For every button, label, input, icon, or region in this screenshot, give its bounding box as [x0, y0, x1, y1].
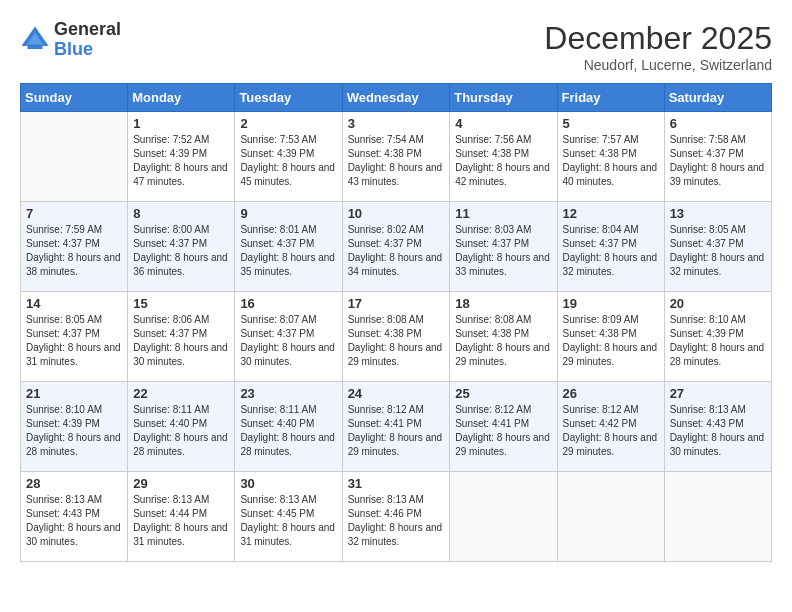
day-number: 2 [240, 116, 336, 131]
day-info: Sunrise: 8:05 AM Sunset: 4:37 PM Dayligh… [670, 223, 766, 279]
day-number: 19 [563, 296, 659, 311]
day-info: Sunrise: 7:53 AM Sunset: 4:39 PM Dayligh… [240, 133, 336, 189]
day-header-saturday: Saturday [664, 84, 771, 112]
logo-general: General [54, 19, 121, 39]
location-subtitle: Neudorf, Lucerne, Switzerland [544, 57, 772, 73]
day-number: 22 [133, 386, 229, 401]
calendar-cell: 12Sunrise: 8:04 AM Sunset: 4:37 PM Dayli… [557, 202, 664, 292]
day-info: Sunrise: 8:08 AM Sunset: 4:38 PM Dayligh… [455, 313, 551, 369]
day-number: 18 [455, 296, 551, 311]
day-number: 12 [563, 206, 659, 221]
calendar-cell: 4Sunrise: 7:56 AM Sunset: 4:38 PM Daylig… [450, 112, 557, 202]
day-info: Sunrise: 8:10 AM Sunset: 4:39 PM Dayligh… [26, 403, 122, 459]
day-info: Sunrise: 8:06 AM Sunset: 4:37 PM Dayligh… [133, 313, 229, 369]
calendar-cell [21, 112, 128, 202]
logo-blue: Blue [54, 39, 93, 59]
day-number: 17 [348, 296, 445, 311]
logo-icon [20, 25, 50, 55]
day-info: Sunrise: 7:57 AM Sunset: 4:38 PM Dayligh… [563, 133, 659, 189]
logo-text: General Blue [54, 20, 121, 60]
calendar-cell: 19Sunrise: 8:09 AM Sunset: 4:38 PM Dayli… [557, 292, 664, 382]
day-number: 23 [240, 386, 336, 401]
calendar-cell: 18Sunrise: 8:08 AM Sunset: 4:38 PM Dayli… [450, 292, 557, 382]
calendar-cell: 20Sunrise: 8:10 AM Sunset: 4:39 PM Dayli… [664, 292, 771, 382]
day-header-monday: Monday [128, 84, 235, 112]
day-number: 24 [348, 386, 445, 401]
day-number: 28 [26, 476, 122, 491]
day-info: Sunrise: 8:12 AM Sunset: 4:42 PM Dayligh… [563, 403, 659, 459]
day-header-friday: Friday [557, 84, 664, 112]
logo: General Blue [20, 20, 121, 60]
calendar-cell: 3Sunrise: 7:54 AM Sunset: 4:38 PM Daylig… [342, 112, 450, 202]
day-number: 25 [455, 386, 551, 401]
day-header-wednesday: Wednesday [342, 84, 450, 112]
day-info: Sunrise: 8:13 AM Sunset: 4:46 PM Dayligh… [348, 493, 445, 549]
day-info: Sunrise: 8:13 AM Sunset: 4:43 PM Dayligh… [26, 493, 122, 549]
calendar-cell: 26Sunrise: 8:12 AM Sunset: 4:42 PM Dayli… [557, 382, 664, 472]
day-number: 3 [348, 116, 445, 131]
calendar-cell: 8Sunrise: 8:00 AM Sunset: 4:37 PM Daylig… [128, 202, 235, 292]
day-number: 10 [348, 206, 445, 221]
day-number: 8 [133, 206, 229, 221]
calendar-cell: 29Sunrise: 8:13 AM Sunset: 4:44 PM Dayli… [128, 472, 235, 562]
calendar-table: SundayMondayTuesdayWednesdayThursdayFrid… [20, 83, 772, 562]
day-number: 26 [563, 386, 659, 401]
calendar-cell: 5Sunrise: 7:57 AM Sunset: 4:38 PM Daylig… [557, 112, 664, 202]
calendar-cell: 30Sunrise: 8:13 AM Sunset: 4:45 PM Dayli… [235, 472, 342, 562]
calendar-cell: 22Sunrise: 8:11 AM Sunset: 4:40 PM Dayli… [128, 382, 235, 472]
day-number: 7 [26, 206, 122, 221]
day-info: Sunrise: 8:12 AM Sunset: 4:41 PM Dayligh… [455, 403, 551, 459]
day-number: 5 [563, 116, 659, 131]
day-info: Sunrise: 8:03 AM Sunset: 4:37 PM Dayligh… [455, 223, 551, 279]
calendar-cell: 9Sunrise: 8:01 AM Sunset: 4:37 PM Daylig… [235, 202, 342, 292]
calendar-header: SundayMondayTuesdayWednesdayThursdayFrid… [21, 84, 772, 112]
day-info: Sunrise: 8:01 AM Sunset: 4:37 PM Dayligh… [240, 223, 336, 279]
day-number: 16 [240, 296, 336, 311]
calendar-cell: 6Sunrise: 7:58 AM Sunset: 4:37 PM Daylig… [664, 112, 771, 202]
day-number: 30 [240, 476, 336, 491]
day-number: 14 [26, 296, 122, 311]
day-number: 13 [670, 206, 766, 221]
calendar-cell: 23Sunrise: 8:11 AM Sunset: 4:40 PM Dayli… [235, 382, 342, 472]
day-info: Sunrise: 8:12 AM Sunset: 4:41 PM Dayligh… [348, 403, 445, 459]
day-info: Sunrise: 8:00 AM Sunset: 4:37 PM Dayligh… [133, 223, 229, 279]
calendar-cell: 2Sunrise: 7:53 AM Sunset: 4:39 PM Daylig… [235, 112, 342, 202]
day-info: Sunrise: 8:02 AM Sunset: 4:37 PM Dayligh… [348, 223, 445, 279]
day-number: 27 [670, 386, 766, 401]
day-number: 29 [133, 476, 229, 491]
page-header: General Blue December 2025 Neudorf, Luce… [20, 20, 772, 73]
day-header-thursday: Thursday [450, 84, 557, 112]
day-info: Sunrise: 7:52 AM Sunset: 4:39 PM Dayligh… [133, 133, 229, 189]
calendar-cell: 31Sunrise: 8:13 AM Sunset: 4:46 PM Dayli… [342, 472, 450, 562]
day-number: 1 [133, 116, 229, 131]
day-number: 11 [455, 206, 551, 221]
day-info: Sunrise: 8:09 AM Sunset: 4:38 PM Dayligh… [563, 313, 659, 369]
calendar-cell: 13Sunrise: 8:05 AM Sunset: 4:37 PM Dayli… [664, 202, 771, 292]
day-number: 9 [240, 206, 336, 221]
day-number: 15 [133, 296, 229, 311]
day-info: Sunrise: 8:04 AM Sunset: 4:37 PM Dayligh… [563, 223, 659, 279]
day-info: Sunrise: 8:05 AM Sunset: 4:37 PM Dayligh… [26, 313, 122, 369]
day-number: 31 [348, 476, 445, 491]
day-number: 4 [455, 116, 551, 131]
day-number: 20 [670, 296, 766, 311]
day-info: Sunrise: 7:59 AM Sunset: 4:37 PM Dayligh… [26, 223, 122, 279]
calendar-cell: 25Sunrise: 8:12 AM Sunset: 4:41 PM Dayli… [450, 382, 557, 472]
calendar-cell: 1Sunrise: 7:52 AM Sunset: 4:39 PM Daylig… [128, 112, 235, 202]
day-info: Sunrise: 8:13 AM Sunset: 4:44 PM Dayligh… [133, 493, 229, 549]
calendar-cell [664, 472, 771, 562]
month-title: December 2025 [544, 20, 772, 57]
day-number: 21 [26, 386, 122, 401]
day-info: Sunrise: 7:54 AM Sunset: 4:38 PM Dayligh… [348, 133, 445, 189]
day-info: Sunrise: 7:58 AM Sunset: 4:37 PM Dayligh… [670, 133, 766, 189]
day-number: 6 [670, 116, 766, 131]
day-info: Sunrise: 8:13 AM Sunset: 4:43 PM Dayligh… [670, 403, 766, 459]
calendar-cell: 27Sunrise: 8:13 AM Sunset: 4:43 PM Dayli… [664, 382, 771, 472]
calendar-cell: 16Sunrise: 8:07 AM Sunset: 4:37 PM Dayli… [235, 292, 342, 382]
calendar-cell: 28Sunrise: 8:13 AM Sunset: 4:43 PM Dayli… [21, 472, 128, 562]
calendar-cell: 7Sunrise: 7:59 AM Sunset: 4:37 PM Daylig… [21, 202, 128, 292]
day-info: Sunrise: 8:08 AM Sunset: 4:38 PM Dayligh… [348, 313, 445, 369]
calendar-cell: 10Sunrise: 8:02 AM Sunset: 4:37 PM Dayli… [342, 202, 450, 292]
day-info: Sunrise: 8:11 AM Sunset: 4:40 PM Dayligh… [133, 403, 229, 459]
day-info: Sunrise: 8:07 AM Sunset: 4:37 PM Dayligh… [240, 313, 336, 369]
